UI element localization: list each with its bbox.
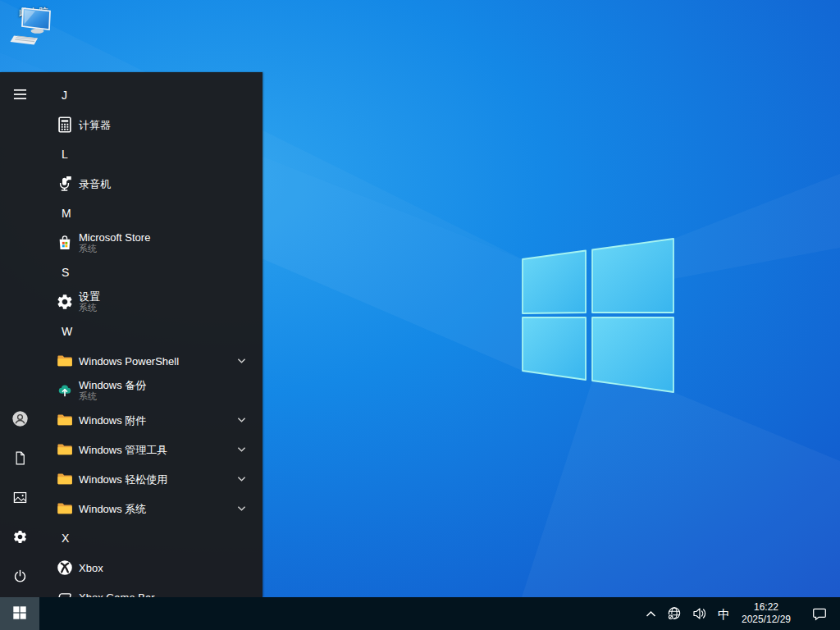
- rail-pictures-button[interactable]: [0, 479, 39, 518]
- app-list-item[interactable]: Windows 备份系统: [39, 376, 262, 405]
- user-icon: [11, 410, 29, 430]
- app-list-item[interactable]: Windows 系统: [39, 494, 262, 523]
- app-label: Windows 管理工具: [79, 444, 167, 456]
- volume-icon[interactable]: [691, 605, 709, 623]
- app-sublabel: 系统: [79, 244, 150, 254]
- app-label: 设置: [79, 290, 100, 303]
- chevron-down-icon[interactable]: [237, 505, 246, 512]
- power-icon: [12, 568, 28, 587]
- chevron-down-icon[interactable]: [237, 417, 246, 423]
- settings-icon: [56, 293, 74, 311]
- app-label: 计算器: [79, 119, 111, 131]
- xbox-icon: [56, 559, 74, 577]
- voice-recorder-icon: [56, 175, 74, 193]
- folder-icon: [56, 352, 74, 370]
- clock-date: 2025/12/29: [739, 614, 793, 626]
- app-label: Xbox: [79, 562, 103, 574]
- windows-backup-icon: [56, 381, 74, 399]
- network-globe-icon[interactable]: [665, 605, 683, 623]
- menu-icon: [13, 89, 27, 103]
- chevron-down-icon[interactable]: [237, 358, 246, 364]
- start-button[interactable]: [0, 597, 39, 630]
- app-label: 录音机: [79, 178, 111, 190]
- app-label: Windows 备份: [79, 379, 146, 391]
- app-label: Windows 轻松使用: [79, 473, 167, 486]
- rail-menu-button[interactable]: [0, 75, 39, 115]
- calculator-icon: [56, 116, 74, 134]
- chevron-down-icon[interactable]: [237, 476, 246, 482]
- app-list-item[interactable]: Windows 附件: [39, 405, 262, 435]
- folder-icon: [56, 441, 74, 459]
- taskbar: 中 16:22 2025/12/29: [0, 597, 840, 630]
- app-list-section-header-M[interactable]: M: [39, 199, 262, 228]
- app-list-item[interactable]: Windows 轻松使用: [39, 464, 262, 494]
- tray-chevron-up-icon[interactable]: [644, 609, 658, 619]
- clock-time: 16:22: [739, 601, 793, 614]
- action-center-icon[interactable]: [810, 605, 829, 623]
- app-sublabel: 系统: [79, 303, 100, 313]
- app-label: Windows PowerShell: [79, 355, 179, 368]
- app-label: Windows 系统: [79, 503, 146, 515]
- app-sublabel: 系统: [79, 391, 146, 402]
- rail-documents-button[interactable]: [0, 440, 39, 479]
- app-list-item[interactable]: Xbox Game Bar: [39, 582, 262, 597]
- app-list-item[interactable]: Windows PowerShell: [39, 346, 262, 376]
- settings-icon: [12, 529, 28, 547]
- app-list-item[interactable]: 设置系统: [39, 287, 262, 317]
- app-label: Microsoft Store: [79, 231, 150, 244]
- screen: 此电脑 J计算器L录音机MMicrosoft Store系统S设置系统WWind…: [0, 0, 840, 630]
- documents-icon: [12, 450, 28, 468]
- app-label: Xbox Game Bar: [79, 591, 155, 598]
- desktop-icon-this-pc[interactable]: 此电脑: [7, 5, 61, 20]
- start-menu-app-list: J计算器L录音机MMicrosoft Store系统S设置系统WWindows …: [39, 72, 262, 597]
- app-label: Windows 附件: [79, 414, 146, 427]
- xbox-game-bar-icon: [56, 588, 74, 597]
- ime-indicator[interactable]: 中: [716, 606, 732, 622]
- rail-settings-button[interactable]: [0, 518, 39, 558]
- app-list-item[interactable]: Xbox: [39, 553, 262, 582]
- this-pc-icon: [7, 5, 59, 48]
- app-list-section-header-X[interactable]: X: [39, 523, 262, 553]
- app-list-item[interactable]: Microsoft Store系统: [39, 228, 262, 258]
- system-tray: 中 16:22 2025/12/29: [644, 601, 840, 626]
- app-list-section-header-L[interactable]: L: [39, 139, 262, 169]
- app-list-item[interactable]: 录音机: [39, 169, 262, 199]
- app-list-section-header-W[interactable]: W: [39, 317, 262, 346]
- windows-logo-icon: [13, 606, 26, 622]
- app-list-item[interactable]: Windows 管理工具: [39, 435, 262, 464]
- chevron-down-icon[interactable]: [237, 446, 246, 453]
- start-menu: J计算器L录音机MMicrosoft Store系统S设置系统WWindows …: [0, 72, 262, 597]
- pictures-icon: [12, 490, 28, 508]
- start-menu-rail: [0, 72, 39, 597]
- app-list-item[interactable]: 计算器: [39, 110, 262, 139]
- app-list-section-header-J[interactable]: J: [39, 80, 262, 110]
- microsoft-store-icon: [56, 234, 74, 252]
- rail-power-button[interactable]: [0, 558, 39, 597]
- taskbar-clock[interactable]: 16:22 2025/12/29: [739, 601, 793, 626]
- app-list-section-header-S[interactable]: S: [39, 258, 262, 287]
- folder-icon: [56, 411, 74, 429]
- folder-icon: [56, 470, 74, 488]
- folder-icon: [56, 500, 74, 518]
- rail-user-button[interactable]: [0, 400, 39, 440]
